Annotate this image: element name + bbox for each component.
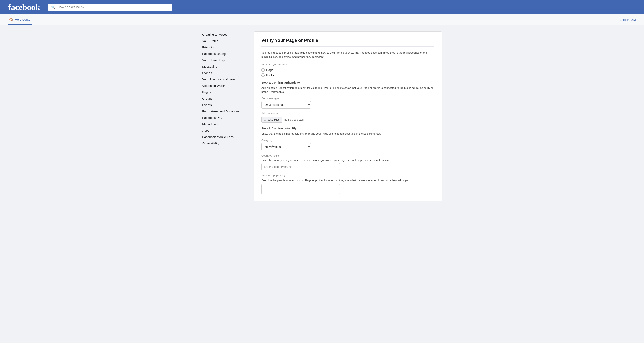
audience-desc: Describe the people who follow your Page… bbox=[261, 178, 434, 182]
what-verifying-label: What are you verifying? bbox=[261, 63, 434, 66]
radio-profile[interactable]: Profile bbox=[261, 73, 434, 77]
sidebar-link[interactable]: Creating an Account bbox=[202, 31, 248, 38]
radio-profile-input[interactable] bbox=[261, 74, 264, 77]
add-document-label: Add document bbox=[261, 112, 434, 115]
main-content: Creating an AccountYour ProfileFriending… bbox=[198, 31, 446, 202]
sidebar-link[interactable]: Messaging bbox=[202, 63, 248, 70]
sidebar-link[interactable]: Groups bbox=[202, 95, 248, 102]
radio-page-label: Page bbox=[266, 68, 274, 72]
sidebar: Creating an AccountYour ProfileFriending… bbox=[202, 31, 248, 146]
sidebar-link[interactable]: Accessibility bbox=[202, 140, 248, 146]
audience-textarea[interactable] bbox=[261, 184, 340, 194]
sidebar-link[interactable]: Friending bbox=[202, 44, 248, 50]
radio-group: Page Profile bbox=[261, 68, 434, 77]
category-label: Category bbox=[261, 139, 434, 142]
document-type-select[interactable]: Driver's license Passport Government ID … bbox=[261, 101, 311, 108]
search-input[interactable] bbox=[58, 5, 169, 9]
country-desc: Enter the country or region where the pe… bbox=[261, 158, 434, 162]
sidebar-link[interactable]: Facebook Mobile Apps bbox=[202, 134, 248, 140]
subnav: 🏠 Help Center English (US) bbox=[0, 14, 644, 25]
country-region-label: Country / region bbox=[261, 154, 434, 157]
facebook-logo: facebook bbox=[8, 2, 40, 12]
no-files-text: no files selected bbox=[284, 118, 304, 121]
help-center-label: Help Center bbox=[15, 18, 31, 21]
sidebar-link[interactable]: Stories bbox=[202, 70, 248, 76]
search-icon: 🔍 bbox=[51, 5, 55, 9]
language-selector[interactable]: English (US) bbox=[620, 14, 636, 25]
radio-page[interactable]: Page bbox=[261, 68, 434, 72]
sidebar-link[interactable]: Your Photos and Videos bbox=[202, 76, 248, 82]
panel-title: Verify Your Page or Profile bbox=[261, 38, 434, 47]
step2-desc: Show that the public figure, celebrity o… bbox=[261, 132, 434, 136]
audience-label: Audience (Optional) bbox=[261, 174, 434, 177]
category-select[interactable]: News/Media Sports Music Entertainment Bu… bbox=[261, 143, 311, 150]
country-input[interactable] bbox=[261, 163, 340, 170]
step1-heading: Step 1: Confirm authenticity bbox=[261, 81, 434, 84]
document-type-label: Document type bbox=[261, 97, 434, 100]
intro-text: Verified pages and profiles have blue ch… bbox=[261, 51, 434, 59]
sidebar-link[interactable]: Events bbox=[202, 102, 248, 108]
file-input-row: Choose Files no files selected bbox=[261, 116, 434, 122]
sidebar-link[interactable]: Apps bbox=[202, 127, 248, 134]
sidebar-link[interactable]: Pages bbox=[202, 89, 248, 95]
step1-desc: Add an official identification document … bbox=[261, 86, 434, 94]
language-label: English (US) bbox=[620, 18, 636, 22]
content-panel: Verify Your Page or Profile Verified pag… bbox=[254, 31, 442, 202]
sidebar-link[interactable]: Facebook Dating bbox=[202, 50, 248, 57]
help-center-link[interactable]: 🏠 Help Center bbox=[8, 14, 32, 25]
search-bar: 🔍 bbox=[48, 4, 172, 11]
radio-profile-label: Profile bbox=[266, 73, 275, 77]
radio-page-input[interactable] bbox=[261, 68, 264, 72]
sidebar-link[interactable]: Fundraisers and Donations bbox=[202, 108, 248, 114]
sidebar-link[interactable]: Your Home Page bbox=[202, 57, 248, 63]
sidebar-link[interactable]: Your Profile bbox=[202, 38, 248, 44]
sidebar-link[interactable]: Marketplace bbox=[202, 121, 248, 127]
choose-files-button[interactable]: Choose Files bbox=[261, 116, 282, 122]
step2-heading: Step 2: Confirm notability bbox=[261, 127, 434, 130]
home-icon: 🏠 bbox=[9, 18, 13, 22]
header: facebook 🔍 bbox=[0, 0, 644, 14]
sidebar-link[interactable]: Facebook Pay bbox=[202, 114, 248, 121]
sidebar-link[interactable]: Videos on Watch bbox=[202, 82, 248, 89]
